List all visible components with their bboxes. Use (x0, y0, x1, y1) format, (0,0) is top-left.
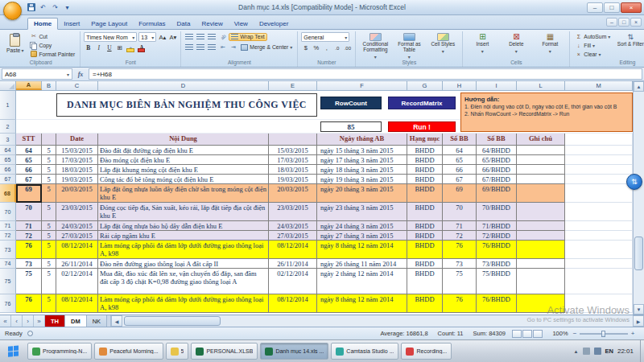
workbook-close-button[interactable]: × (630, 18, 642, 27)
redo-button[interactable]: ↷ (50, 2, 60, 12)
column-header-B[interactable]: B (42, 81, 56, 90)
cell-71-3[interactable]: Lắp đặt ống nhựa bảo hộ dây dẫn điện khu… (98, 221, 269, 231)
align-top-button[interactable] (184, 32, 194, 41)
cell-67-8[interactable]: 67/BHDD (477, 175, 517, 184)
clear-button[interactable]: ×Clear (573, 50, 612, 58)
tray-volume-icon[interactable] (594, 348, 601, 355)
taskbar-item-1[interactable]: Peaceful Morning... (94, 343, 163, 360)
restore-button[interactable]: □ (604, 2, 620, 13)
cell-75-8[interactable]: 75/BHDD (477, 269, 517, 294)
tab-page-layout[interactable]: Page Layout (85, 19, 133, 30)
cell-72-1[interactable]: 5 (42, 231, 56, 241)
taskbar-item-6[interactable]: Recording... (401, 343, 452, 360)
cell-74-4[interactable]: 26/11/2014 (269, 259, 317, 269)
row-header-72[interactable]: 72 (0, 231, 16, 241)
cell-72-0[interactable]: 72 (16, 231, 42, 241)
increase-decimal-button[interactable]: .0 (332, 43, 341, 52)
cell-76-5[interactable]: ngày 8 tháng 12 năm 2014 (317, 294, 407, 313)
cell-68-6[interactable]: BHDD (407, 184, 443, 203)
column-header-I[interactable]: I (477, 81, 517, 90)
zoom-out-icon[interactable]: − (572, 330, 578, 337)
orientation-button[interactable] (218, 32, 227, 41)
row-header-70[interactable]: 70 (0, 203, 16, 221)
column-header-F[interactable]: F (317, 81, 407, 90)
increase-indent-button[interactable] (229, 43, 237, 51)
cell-75-m[interactable] (565, 269, 633, 294)
cell-73-4[interactable]: 08/12/2014 (269, 241, 317, 259)
cell-65-9[interactable] (517, 155, 565, 165)
cell-66-5[interactable]: ngày 18 tháng 3 năm 2015 (317, 165, 407, 175)
cell-73-6[interactable]: BHDD (407, 241, 443, 259)
fill-button[interactable]: ↓Fill (573, 41, 612, 49)
font-color-button[interactable]: A (137, 43, 146, 52)
cell-68-5[interactable]: ngày 20 tháng 3 năm 2015 (317, 184, 407, 203)
close-button[interactable]: × (621, 2, 642, 13)
cell-67-2[interactable]: 19/03/2015 (56, 175, 98, 184)
previous-sheet-button[interactable]: ‹ (11, 315, 23, 327)
row-header-74[interactable]: 74 (0, 259, 16, 269)
cell-76-9[interactable] (517, 294, 565, 313)
cell-70-6[interactable]: BHDD (407, 203, 443, 221)
scroll-up-button[interactable] (634, 81, 644, 92)
cell-75-2[interactable]: 02/12/2014 (56, 269, 98, 294)
column-header-E[interactable]: E (269, 81, 317, 90)
vertical-scrollbar[interactable] (633, 81, 644, 315)
cell-73-m[interactable] (565, 241, 633, 259)
cell-76-2[interactable]: 08/12/2014 (56, 294, 98, 313)
cell-64-1[interactable]: 5 (42, 146, 56, 155)
cell-72-4[interactable]: 27/03/2015 (269, 231, 317, 241)
italic-button[interactable]: I (94, 43, 103, 52)
tab-developer[interactable]: Developer (254, 19, 294, 30)
next-sheet-button[interactable]: › (23, 315, 34, 327)
cell-74-2[interactable]: 26/11/2014 (56, 259, 98, 269)
cell-70-7[interactable]: 70 (443, 203, 477, 221)
cell-70-2[interactable]: 23/03/2015 (56, 203, 98, 221)
cell-75-0[interactable]: 75 (16, 269, 42, 294)
cell-66-8[interactable]: 66/BHDD (477, 165, 517, 175)
cell-64-8[interactable]: 64/BHDD (477, 146, 517, 155)
column-header-M[interactable]: M (565, 81, 633, 90)
cell-75-4[interactable]: 02/12/2014 (269, 269, 317, 294)
cell-66-1[interactable]: 5 (42, 165, 56, 175)
cell-72-9[interactable] (517, 231, 565, 241)
cell-71-9[interactable] (517, 221, 565, 231)
workbook-minimize-button[interactable]: – (606, 18, 617, 27)
page-layout-view-button[interactable] (522, 330, 532, 338)
cell-68-2[interactable]: 20/03/2015 (56, 184, 98, 203)
cell-66-7[interactable]: 66 (443, 165, 477, 175)
autosum-button[interactable]: ΣAutoSum (573, 32, 612, 40)
cell-67-3[interactable]: Công tác đổ bê tông móng cột điện khu E (98, 175, 269, 184)
sheet-tab-TH[interactable]: TH (45, 315, 65, 327)
cell-67-m[interactable] (565, 175, 633, 184)
row-header-67[interactable]: 67 (0, 175, 16, 184)
cell-72-2[interactable]: 27/03/2015 (56, 231, 98, 241)
cells-button-format[interactable]: ▦Format (534, 32, 566, 55)
cell-65-4[interactable]: 17/03/2015 (269, 155, 317, 165)
scroll-right-button[interactable] (633, 315, 644, 327)
borders-button[interactable]: ⊞ (115, 43, 124, 52)
cut-button[interactable]: ✂Cut (28, 32, 76, 40)
cell-73-0[interactable]: 76 (16, 241, 42, 259)
wrap-text-button[interactable]: Wrap Text (229, 33, 266, 41)
cell-68-1[interactable]: 5 (42, 184, 56, 203)
clock[interactable]: 22:01 (617, 348, 634, 355)
align-center-button[interactable] (196, 43, 205, 51)
align-middle-button[interactable] (196, 32, 205, 41)
cell-76-3[interactable]: Làm móng cấp phối đá dăm lớp dưới đường … (98, 294, 269, 313)
styles-button-0[interactable]: Conditional Formatting (359, 32, 391, 60)
fill-color-button[interactable] (126, 43, 135, 52)
cell-65-2[interactable]: 17/03/2015 (56, 155, 98, 165)
office-button[interactable] (3, 2, 22, 20)
cell-73-8[interactable]: 76/BHDD (477, 241, 517, 259)
start-button[interactable] (0, 340, 27, 362)
recordmatrix-button[interactable]: RecordMatrix (388, 97, 456, 109)
row-header-1[interactable]: 1 (0, 91, 16, 120)
qat-dropdown-button[interactable]: ▾ (62, 2, 72, 12)
column-header-C[interactable]: C (56, 81, 98, 90)
cell-70-1[interactable]: 5 (42, 203, 56, 221)
cell-66-2[interactable]: 18/03/2015 (56, 165, 98, 175)
cell-73-5[interactable]: ngày 8 tháng 12 năm 2014 (317, 241, 407, 259)
cell-67-6[interactable]: BHDD (407, 175, 443, 184)
comma-style-button[interactable]: , (322, 43, 331, 52)
cell-71-5[interactable]: ngày 24 tháng 3 năm 2015 (317, 221, 407, 231)
